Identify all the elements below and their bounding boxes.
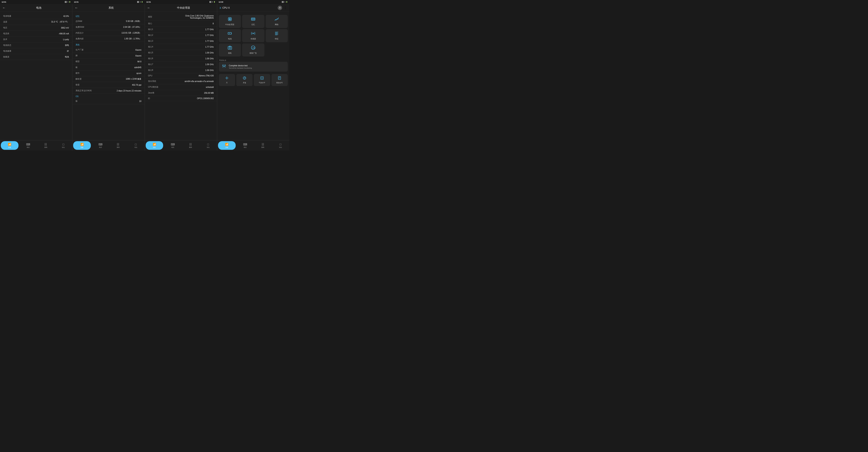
battery-row-value: 放电 xyxy=(65,44,69,47)
nav-news-4[interactable]: ☷ 新闻 xyxy=(254,140,272,150)
cpu-row-label: 核心4 xyxy=(148,46,153,48)
svg-rect-41 xyxy=(260,77,264,79)
time-2: 12:01 xyxy=(74,1,79,3)
nav-phone-3[interactable]: ⌨ 电话 xyxy=(164,140,182,150)
forum-label-1: 论坛 xyxy=(62,146,65,148)
system-info-row: 免费RAM2.04 GB（37.16%） xyxy=(72,24,145,30)
nav-device-3[interactable]: 📶 设备 xyxy=(146,141,163,150)
battery-row-label: 技术 xyxy=(3,38,7,41)
cpu-info-row: 模型Octa Core 2.80 GHz Qualcomm Technologi… xyxy=(145,13,217,21)
svg-point-28 xyxy=(229,47,230,49)
system-row-label: 内部总计 xyxy=(75,32,84,34)
cpux-card-sensor[interactable]: 传感器 xyxy=(242,29,264,42)
cpux-small-tool-1[interactable]: 罗盘 xyxy=(236,74,253,86)
system-row-label: 免费内部 xyxy=(75,37,84,40)
device-icon-1: 📶 xyxy=(8,143,11,146)
cpu-row-value: 1.06 GHz xyxy=(205,52,214,54)
battery-content: 电池电量42.0%温度31.0 °C （87.8 °F）电压3662 mV电流表… xyxy=(0,12,72,140)
nav-panel-4: 📶 设备 ⌨ 电话 ☷ 新闻 □ 论坛 xyxy=(217,140,289,150)
cpux-header-right: A ⋮ xyxy=(278,6,287,10)
battery-row-value: 31.0 °C （87.8 °F） xyxy=(51,21,69,23)
nav-phone-2[interactable]: ⌨ 电话 xyxy=(92,140,109,150)
cpu-row-label: 核心 xyxy=(148,22,152,25)
news-label-4: 新闻 xyxy=(261,146,264,148)
phone-label-4: 电话 xyxy=(244,146,247,148)
cpu-row-label: 核心1 xyxy=(148,28,153,31)
cpux-card-ads[interactable]: ADS移除广告 xyxy=(242,44,264,57)
battery-info-row: 电流表-498.05 mA xyxy=(0,31,72,36)
memory-icon xyxy=(251,17,255,23)
cpux-card-label-camera: 相机 xyxy=(228,52,232,55)
cpu-info-row: 核心41.77 GHz xyxy=(145,44,217,50)
system-row-value: 5.50 GB（6GB） xyxy=(126,20,142,23)
cpux-title: CPU X xyxy=(222,6,230,9)
cpu-back-button[interactable]: ← xyxy=(147,6,151,10)
status-bar-1: 12:01 ▌▌ ≋ 🔋 xyxy=(0,0,72,4)
battery-back-button[interactable]: ← xyxy=(2,6,6,10)
user-avatar[interactable]: A xyxy=(278,6,282,10)
cpu-row-value: 1.77 GHz xyxy=(205,40,214,42)
nav-news-3[interactable]: ☷ 新闻 xyxy=(182,140,199,150)
menu-dots-button[interactable]: ⋮ xyxy=(284,6,287,10)
small-tool-label-1: 罗盘 xyxy=(243,82,246,84)
nav-device-2[interactable]: 📶 设备 xyxy=(73,141,91,150)
nav-news-2[interactable]: ☷ 新闻 xyxy=(109,140,127,150)
cpux-card-memory[interactable]: 记忆 xyxy=(242,15,264,28)
cpux-header: X CPU X A ⋮ xyxy=(217,4,289,12)
battery-row-value: 3662 mV xyxy=(61,27,69,29)
cpux-card-cpu[interactable]: 中央处理器 xyxy=(219,15,241,28)
battery-info-row: 技术Li-poly xyxy=(0,36,72,43)
cpux-card-network[interactable]: 网络 xyxy=(266,15,288,28)
nav-news-1[interactable]: ☷ 新闻 xyxy=(37,140,55,150)
news-label-2: 新闻 xyxy=(117,146,120,148)
cpux-card-label-cpu: 中央处理器 xyxy=(225,23,234,26)
cpu-row-label: 核心5 xyxy=(148,51,153,54)
news-icon-1: ☷ xyxy=(44,143,47,146)
cpu-info-row: 核心11.77 GHz xyxy=(145,27,217,32)
status-bar-2: 12:01 ▌▌ ≋ 🔋 xyxy=(72,0,145,4)
battery-row-value: 电池 xyxy=(65,56,69,58)
cpux-card-camera[interactable]: 相机 xyxy=(219,44,241,57)
cpux-cards-grid: 中央处理器记忆网络电池传感器特征相机ADS移除广告 xyxy=(217,13,289,58)
phone-label-3: 电话 xyxy=(172,146,174,148)
nav-forum-1[interactable]: □ 论坛 xyxy=(55,140,72,150)
cpu-content: 模型Octa Core 2.80 GHz Qualcomm Technologi… xyxy=(145,12,217,140)
system-row-value: Xiaomi xyxy=(135,49,142,51)
nav-forum-3[interactable]: □ 论坛 xyxy=(199,140,217,150)
cpu-row-value: 1.77 GHz xyxy=(205,28,214,31)
system-row-value: 1080 x 2248 像素 xyxy=(126,78,142,80)
system-row-value: 2 days 23 hours 22 minutes xyxy=(117,90,142,92)
nav-phone-4[interactable]: ⌨ 电话 xyxy=(237,140,254,150)
nav-forum-2[interactable]: □ 论坛 xyxy=(127,140,145,150)
complete-device-test-card[interactable]: Complete device test Test all the hardwa… xyxy=(219,62,288,72)
cpux-small-tool-3[interactable]: 紧急信号 xyxy=(272,74,288,86)
system-back-button[interactable]: ← xyxy=(75,6,78,10)
system-row-label: 版 xyxy=(75,100,78,103)
cpux-small-tool-2[interactable]: 气泡水平 xyxy=(254,74,270,86)
system-info-row: 模型MI 8 xyxy=(72,59,145,64)
cpu-row-label: 核心3 xyxy=(148,39,153,43)
system-section-header: 记忆 xyxy=(72,13,145,19)
cpu-panel: ← 中央处理器 模型Octa Core 2.80 GHz Qualcomm Te… xyxy=(145,4,217,140)
svg-rect-25 xyxy=(275,34,278,34)
cpu-row-value: 1.06 GHz xyxy=(205,63,214,65)
system-info-row: 密度402.76 ppi xyxy=(72,82,145,88)
nav-device-4[interactable]: 📶 设备 xyxy=(218,141,236,150)
status-bar-4: 12:00 ▌▌ ≋ 🔋 xyxy=(217,0,289,4)
battery-row-label: 电池电量 xyxy=(3,15,11,18)
svg-rect-26 xyxy=(275,35,278,35)
device-label-3: 设备 xyxy=(153,146,156,148)
battery-info-row: 电池电量42.0% xyxy=(0,13,72,19)
nav-forum-4[interactable]: □ 论坛 xyxy=(272,140,289,150)
system-row-value: 10 xyxy=(139,100,141,102)
phone-icon-1: ⌨ xyxy=(26,143,30,146)
cpu-row-label: 核心6 xyxy=(148,57,153,60)
cpux-card-battery[interactable]: 电池 xyxy=(219,29,241,42)
system-info-row: 板sdm845 xyxy=(72,64,145,70)
cpu-info-row: 核心51.06 GHz xyxy=(145,50,217,56)
system-row-label: 板 xyxy=(75,66,78,69)
cpux-card-features[interactable]: 特征 xyxy=(266,29,288,42)
nav-device-1[interactable]: 📶 设备 xyxy=(1,141,19,150)
cpux-small-tool-0[interactable]: 尺 xyxy=(219,74,235,86)
nav-phone-1[interactable]: ⌨ 电话 xyxy=(19,140,37,150)
